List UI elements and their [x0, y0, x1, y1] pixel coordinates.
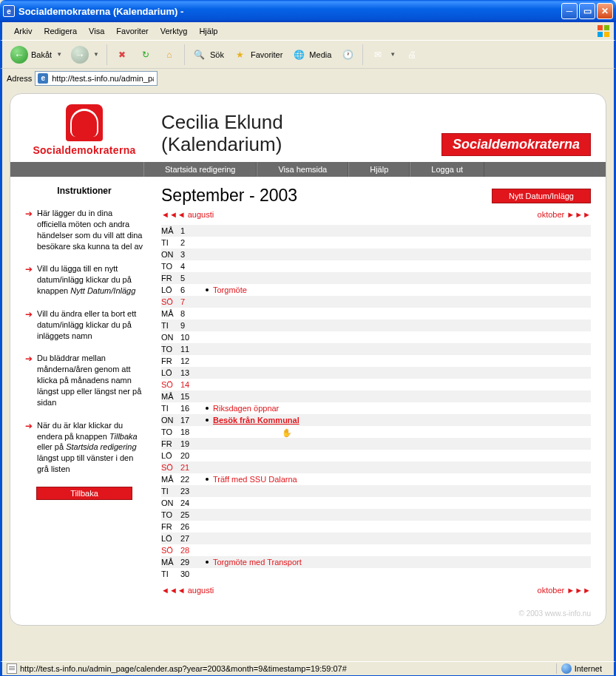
- copyright-text: © 2003 www.s-info.nu: [519, 609, 591, 618]
- event-link[interactable]: Besök från Kommunal: [213, 416, 299, 425]
- calendar-row: MÅ22Träff med SSU Dalarna: [161, 473, 591, 485]
- document-icon: [7, 663, 17, 674]
- day-number: 2: [180, 238, 200, 247]
- day-number: 6: [180, 285, 200, 294]
- weekday-label: TI: [161, 404, 180, 413]
- search-button[interactable]: 🔍Sök: [189, 45, 228, 64]
- weekday-label: TI: [161, 238, 180, 247]
- weekday-label: TI: [161, 321, 180, 330]
- tillbaka-button[interactable]: Tillbaka: [36, 487, 132, 500]
- svg-rect-0: [598, 25, 603, 30]
- ie-icon: e: [3, 5, 15, 17]
- calendar-row: FR19: [161, 438, 591, 450]
- calendar-row: MÅ15: [161, 391, 591, 402]
- mail-button[interactable]: ✉▼: [367, 45, 399, 64]
- calendar-row: FR26: [161, 521, 591, 533]
- weekday-label: LÖ: [161, 534, 180, 543]
- day-number: 5: [180, 274, 200, 283]
- minimize-button[interactable]: ─: [561, 3, 578, 19]
- event-link[interactable]: Träff med SSU Dalarna: [213, 475, 297, 484]
- calendar-row: MÅ29Torgmöte med Transport: [161, 556, 591, 568]
- day-number: 25: [180, 510, 200, 519]
- next-month-link-bottom[interactable]: oktober ►►►: [538, 586, 591, 595]
- home-button[interactable]: ⌂: [158, 45, 180, 64]
- day-number: 7: [180, 297, 200, 306]
- media-button[interactable]: 🌐Media: [288, 45, 335, 64]
- hand-cursor-icon: ✋: [282, 428, 292, 438]
- day-number: 26: [180, 522, 200, 531]
- prev-month-link[interactable]: ◄◄◄ augusti: [161, 210, 214, 219]
- history-icon: 🕐: [340, 47, 355, 62]
- browser-viewport[interactable]: Socialdemokraterna Cecilia Eklund(Kalend…: [0, 87, 616, 661]
- status-text: http://test.s-info.nu/admin_page/calende…: [20, 664, 347, 673]
- day-number: 22: [180, 475, 200, 484]
- day-number: 9: [180, 321, 200, 330]
- maximize-button[interactable]: ▭: [579, 3, 595, 19]
- weekday-label: FR: [161, 356, 180, 365]
- event-link[interactable]: Torgmöte: [213, 285, 247, 294]
- nav-logga-ut[interactable]: Logga ut: [410, 162, 484, 177]
- nav-visa-hemsida[interactable]: Visa hemsida: [257, 162, 348, 177]
- weekday-label: LÖ: [161, 368, 180, 377]
- forward-button[interactable]: → ▼: [67, 44, 103, 66]
- address-input[interactable]: [35, 71, 158, 86]
- media-label: Media: [309, 50, 331, 59]
- calendar-row: LÖ13: [161, 367, 591, 379]
- day-number: 12: [180, 356, 200, 365]
- day-number: 19: [180, 439, 200, 448]
- menu-visa[interactable]: Visa: [83, 24, 110, 38]
- nav-startsida[interactable]: Startsida redigering: [143, 162, 257, 177]
- brand-button[interactable]: Socialdemokraterna: [441, 133, 591, 156]
- weekday-label: SÖ: [161, 463, 180, 472]
- instruction-item: ➔Vill du ändra eller ta bort ett datum/i…: [25, 308, 143, 342]
- event-cell: Träff med SSU Dalarna: [200, 475, 591, 484]
- prev-month-link-bottom[interactable]: ◄◄◄ augusti: [161, 586, 214, 595]
- nav-hjalp[interactable]: Hjälp: [348, 162, 410, 177]
- day-number: 14: [180, 380, 200, 389]
- close-button[interactable]: ✕: [597, 3, 613, 19]
- weekday-label: MÅ: [161, 226, 180, 235]
- windows-flag-icon: [596, 24, 611, 38]
- menu-redigera[interactable]: Redigera: [38, 24, 83, 38]
- calendar-row: TO25: [161, 509, 591, 521]
- chevron-down-icon: ▼: [390, 51, 396, 58]
- calendar-row: FR5: [161, 272, 591, 284]
- media-icon: 🌐: [291, 47, 306, 62]
- arrow-right-icon: ➔: [25, 308, 33, 342]
- next-month-link[interactable]: oktober ►►►: [538, 210, 591, 219]
- forward-arrow-icon: →: [71, 46, 89, 64]
- weekday-label: TO: [161, 345, 180, 354]
- instruction-item: ➔Vill du lägga till en nytt datum/inlägg…: [25, 263, 143, 297]
- day-number: 13: [180, 368, 200, 377]
- menu-hjalp[interactable]: Hjälp: [193, 24, 223, 38]
- day-number: 10: [180, 333, 200, 342]
- arrow-right-icon: ➔: [25, 208, 33, 251]
- history-button[interactable]: 🕐: [336, 45, 359, 64]
- menu-favoriter[interactable]: Favoriter: [110, 24, 154, 38]
- refresh-button[interactable]: ↻: [135, 45, 157, 64]
- address-label: Adress: [7, 74, 32, 83]
- day-number: 21: [180, 463, 200, 472]
- statusbar: http://test.s-info.nu/admin_page/calende…: [0, 661, 616, 676]
- weekday-label: ON: [161, 416, 180, 425]
- weekday-label: ON: [161, 498, 180, 507]
- page-navbar: Startsida redigering Visa hemsida Hjälp …: [10, 162, 606, 177]
- menu-arkiv[interactable]: Arkiv: [8, 24, 38, 38]
- print-button[interactable]: 🖨: [401, 45, 423, 64]
- back-label: Bakåt: [31, 50, 52, 59]
- weekday-label: FR: [161, 439, 180, 448]
- favorites-button[interactable]: ★Favoriter: [229, 45, 286, 64]
- bullet-icon: [206, 478, 209, 481]
- stop-icon: ✖: [115, 47, 129, 62]
- stop-button[interactable]: ✖: [111, 45, 133, 64]
- instruction-text: Här lägger du in dina officiella möten o…: [37, 208, 143, 251]
- new-entry-button[interactable]: Nytt Datum/Inlägg: [492, 189, 591, 203]
- event-link[interactable]: Torgmöte med Transport: [213, 558, 302, 567]
- calendar-row: ON24: [161, 497, 591, 509]
- globe-icon: [561, 663, 572, 674]
- weekday-label: TO: [161, 510, 180, 519]
- back-button[interactable]: ← Bakåt ▼: [7, 44, 66, 66]
- calendar-row: SÖ21: [161, 462, 591, 473]
- sidebar: Instruktioner ➔Här lägger du in dina off…: [25, 186, 143, 595]
- menu-verktyg[interactable]: Verktyg: [155, 24, 194, 38]
